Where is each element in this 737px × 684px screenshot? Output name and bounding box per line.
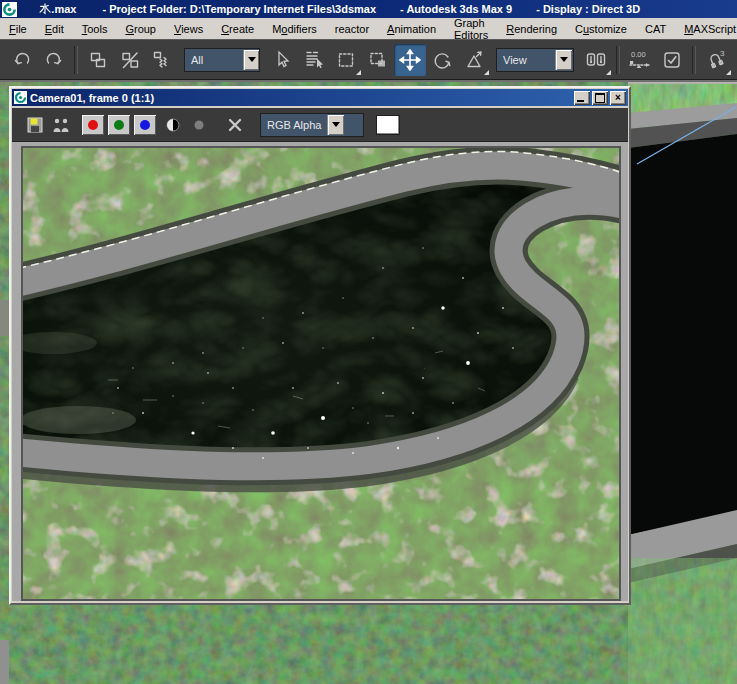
select-and-rotate-button[interactable] xyxy=(426,44,458,76)
bind-space-warp-icon xyxy=(152,50,172,70)
menu-edit[interactable]: Edit xyxy=(36,20,73,38)
toolbar-bottom-edge xyxy=(0,80,737,82)
monochrome-icon xyxy=(192,118,206,132)
reference-coordinate-dropdown[interactable]: View xyxy=(496,48,574,72)
menu-views[interactable]: Views xyxy=(165,20,212,38)
manipulate-icon: 0.00 xyxy=(627,49,653,71)
save-bitmap-button[interactable] xyxy=(22,113,48,137)
menu-group[interactable]: Group xyxy=(116,20,165,38)
unlink-selection-button[interactable] xyxy=(114,44,146,76)
snaps-toggle-button[interactable]: 3 xyxy=(700,44,732,76)
svg-text:3: 3 xyxy=(720,49,725,58)
snaps-magnet-icon: 3 xyxy=(705,49,727,71)
alpha-channel-button[interactable] xyxy=(160,113,186,137)
keyboard-override-button[interactable] xyxy=(656,44,688,76)
select-and-manipulate-button[interactable]: 0.00 xyxy=(624,44,656,76)
render-window-title: Camera01, frame 0 (1:1) xyxy=(30,92,572,104)
viewport-left-gray-sliver xyxy=(0,640,9,684)
menu-rendering[interactable]: Rendering xyxy=(497,20,566,38)
render-window-client xyxy=(12,142,628,601)
cjk-water-glyph xyxy=(39,3,51,15)
select-by-name-button[interactable] xyxy=(298,44,330,76)
selection-filter-dropdown[interactable]: All xyxy=(184,48,260,72)
pivot-center-icon xyxy=(585,50,607,70)
maximize-icon xyxy=(595,93,605,103)
dropdown-arrow-icon[interactable] xyxy=(243,50,259,70)
window-crossing-button[interactable] xyxy=(362,44,394,76)
menu-reactor[interactable]: reactor xyxy=(326,20,378,38)
viewport-left-curb-sliver xyxy=(0,300,9,336)
rect-selection-icon xyxy=(336,50,356,70)
max-window-icon xyxy=(14,91,27,104)
svg-text:0.00: 0.00 xyxy=(631,50,646,59)
menu-cat[interactable]: CAT xyxy=(636,20,675,38)
select-cursor-icon xyxy=(272,50,292,70)
alpha-channel-icon xyxy=(165,117,181,133)
select-object-button[interactable] xyxy=(266,44,298,76)
undo-icon xyxy=(12,50,32,70)
menu-create[interactable]: Create xyxy=(212,20,263,38)
blue-channel-button[interactable] xyxy=(134,115,156,135)
dropdown-arrow-icon[interactable] xyxy=(555,50,572,70)
select-link-icon xyxy=(88,50,108,70)
red-channel-icon xyxy=(88,120,98,130)
undo-button[interactable] xyxy=(6,44,38,76)
clone-window-button[interactable] xyxy=(48,113,74,137)
monochrome-button[interactable] xyxy=(186,113,212,137)
3dsmax-application: .max - Project Folder: D:\Temporary Inte… xyxy=(0,0,737,684)
move-icon xyxy=(399,49,421,71)
menu-bar: File Edit Tools Group Views Create Modif… xyxy=(0,18,737,40)
close-button[interactable]: × xyxy=(610,91,626,105)
main-toolbar: All xyxy=(0,39,737,80)
window-title-display-driver: - Display : Direct 3D xyxy=(536,3,640,15)
angle-snap-button[interactable] xyxy=(732,44,737,76)
window-crossing-icon xyxy=(368,50,388,70)
clear-x-icon xyxy=(227,117,243,133)
red-channel-button[interactable] xyxy=(82,115,104,135)
channel-display-dropdown[interactable]: RGB Alpha xyxy=(260,113,364,137)
save-icon xyxy=(26,116,44,134)
selection-filter-value: All xyxy=(185,54,243,66)
menu-maxscript[interactable]: MAXScript xyxy=(675,20,737,38)
rotate-icon xyxy=(432,50,452,70)
maximize-button[interactable] xyxy=(592,91,608,105)
keyboard-override-icon xyxy=(662,50,682,70)
reference-coordinate-value: View xyxy=(497,54,555,66)
clear-button[interactable] xyxy=(222,113,248,137)
render-window-titlebar[interactable]: Camera01, frame 0 (1:1) × xyxy=(12,89,628,106)
menu-animation[interactable]: Animation xyxy=(378,20,445,38)
menu-tools[interactable]: Tools xyxy=(73,20,117,38)
toolbar-separator xyxy=(692,46,696,74)
minimize-icon xyxy=(577,100,584,102)
max-logo-icon xyxy=(2,2,17,17)
window-title-project: - Project Folder: D:\Temporary Internet … xyxy=(102,3,376,15)
minimize-button[interactable] xyxy=(574,91,590,105)
toolbar-separator xyxy=(74,46,78,74)
select-and-scale-button[interactable] xyxy=(458,44,490,76)
dropdown-arrow-icon[interactable] xyxy=(327,115,344,135)
toolbar-separator xyxy=(616,46,620,74)
blue-channel-icon xyxy=(140,120,150,130)
green-channel-button[interactable] xyxy=(108,115,130,135)
background-color-swatch[interactable] xyxy=(376,115,400,135)
render-window-toolbar: RGB Alpha xyxy=(12,108,628,142)
menu-customize[interactable]: Customize xyxy=(566,20,636,38)
clone-icon xyxy=(51,116,71,134)
viewport-water xyxy=(628,134,737,535)
bind-to-space-warp-button[interactable] xyxy=(146,44,178,76)
select-by-name-icon xyxy=(304,50,324,70)
use-pivot-center-button[interactable] xyxy=(580,44,612,76)
rendered-image xyxy=(21,146,621,601)
select-and-link-button[interactable] xyxy=(82,44,114,76)
menu-file[interactable]: File xyxy=(0,20,36,38)
rendered-frame-window: Camera01, frame 0 (1:1) × xyxy=(9,86,631,605)
green-channel-icon xyxy=(114,120,124,130)
redo-button[interactable] xyxy=(38,44,70,76)
unlink-icon xyxy=(120,50,140,70)
rectangular-selection-button[interactable] xyxy=(330,44,362,76)
application-titlebar[interactable]: .max - Project Folder: D:\Temporary Inte… xyxy=(0,0,737,18)
close-icon: × xyxy=(615,93,621,103)
select-and-move-button[interactable] xyxy=(394,44,426,76)
menu-modifiers[interactable]: Modifiers xyxy=(263,20,326,38)
channel-display-value: RGB Alpha xyxy=(261,119,327,131)
